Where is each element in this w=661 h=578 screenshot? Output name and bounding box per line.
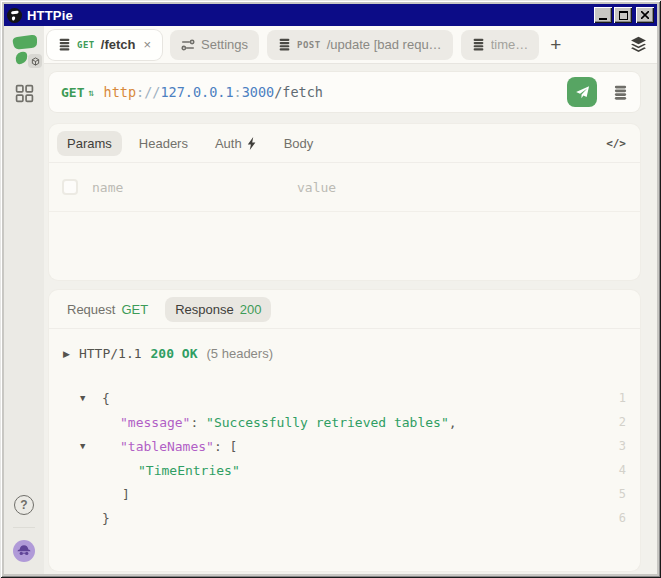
param-name-input[interactable]: name bbox=[92, 180, 297, 195]
help-button[interactable]: ? bbox=[14, 495, 34, 515]
maximize-button[interactable] bbox=[614, 7, 632, 23]
url-port-colon: : bbox=[234, 84, 242, 100]
tab-request[interactable]: Request GET bbox=[57, 297, 158, 322]
app-window: HTTPie bbox=[0, 0, 661, 578]
response-status-line: ▶ HTTP/1.1 200 OK (5 headers) bbox=[49, 329, 640, 361]
sidebar: ? bbox=[4, 26, 44, 574]
json-line: ▼ "tableNames": [ 3 bbox=[49, 434, 640, 458]
fold-expand-icon[interactable]: ▼ bbox=[80, 441, 85, 451]
tab-response-status: 200 bbox=[240, 302, 262, 317]
user-avatar[interactable] bbox=[13, 540, 35, 562]
request-url-bar: GET ⇅ http://127.0.0.1:3000/fetch bbox=[49, 72, 640, 112]
tab-settings[interactable]: Settings bbox=[170, 30, 259, 60]
json-line: ▼ { 1 bbox=[49, 386, 640, 410]
help-icon: ? bbox=[20, 498, 27, 512]
line-number: 5 bbox=[619, 487, 626, 501]
code-view-icon[interactable]: </> bbox=[606, 137, 626, 150]
tab-method: POST bbox=[297, 40, 321, 50]
json-line: } 6 bbox=[49, 506, 640, 530]
status-code: 200 OK bbox=[151, 346, 198, 361]
tab-method: GET bbox=[77, 40, 95, 50]
window-title: HTTPie bbox=[27, 8, 73, 23]
line-number: 2 bbox=[619, 415, 626, 429]
tab-bar: GET /fetch × Settings POST bbox=[44, 26, 657, 64]
collection-icon bbox=[472, 38, 485, 51]
json-line: "message": "Successfully retrieved table… bbox=[49, 410, 640, 434]
send-button[interactable] bbox=[567, 77, 597, 107]
param-row: name value bbox=[49, 163, 640, 212]
tab-get-fetch[interactable]: GET /fetch × bbox=[47, 30, 162, 60]
tab-body[interactable]: Body bbox=[274, 131, 324, 156]
tab-body-label: Body bbox=[284, 136, 314, 151]
sidebar-divider bbox=[13, 527, 35, 528]
json-token: : bbox=[190, 415, 206, 430]
grid-icon bbox=[15, 84, 34, 103]
json-key: "tableNames" bbox=[120, 439, 214, 454]
close-tab-icon[interactable]: × bbox=[143, 37, 151, 52]
tab-params-label: Params bbox=[67, 136, 112, 151]
param-value-input[interactable]: value bbox=[297, 180, 336, 195]
package-cube-icon bbox=[31, 57, 40, 66]
json-token: [ bbox=[230, 439, 238, 454]
paper-plane-icon bbox=[575, 85, 590, 100]
line-number: 1 bbox=[619, 391, 626, 405]
tab-params[interactable]: Params bbox=[57, 131, 122, 156]
url-input[interactable]: http://127.0.0.1:3000/fetch bbox=[104, 84, 558, 100]
tab-label: Settings bbox=[201, 37, 248, 52]
request-editor-panel: Params Headers Auth Body bbox=[49, 124, 640, 280]
tab-response[interactable]: Response 200 bbox=[165, 297, 271, 322]
headers-count: (5 headers) bbox=[207, 346, 273, 361]
request-options-button[interactable] bbox=[606, 78, 634, 106]
tab-label: /fetch bbox=[101, 37, 136, 52]
response-panel: Request GET Response 200 ▶ HTTP/1.1 200 … bbox=[49, 290, 640, 571]
response-body: ▼ { 1 "message": "Successfully retrieved… bbox=[49, 386, 640, 530]
stack-icon bbox=[613, 85, 628, 100]
line-number: 3 bbox=[619, 439, 626, 453]
tab-auth[interactable]: Auth bbox=[205, 131, 267, 156]
tab-headers[interactable]: Headers bbox=[129, 131, 198, 156]
environment-badge[interactable] bbox=[28, 54, 42, 68]
headers-collapse-icon[interactable]: ▶ bbox=[63, 349, 70, 359]
url-scheme: http bbox=[104, 84, 137, 100]
tab-label: /update [bad requ… bbox=[327, 37, 442, 52]
json-line: ] 5 bbox=[49, 482, 640, 506]
tab-overview-button[interactable] bbox=[630, 36, 647, 53]
json-line: "TimeEntries" 4 bbox=[49, 458, 640, 482]
json-token: } bbox=[49, 511, 110, 526]
json-token: ] bbox=[49, 487, 130, 502]
app-icon bbox=[7, 8, 22, 23]
tab-time[interactable]: time… bbox=[461, 30, 540, 60]
line-number: 6 bbox=[619, 511, 626, 525]
window-titlebar[interactable]: HTTPie bbox=[4, 4, 657, 26]
tab-request-method: GET bbox=[121, 302, 148, 317]
new-tab-button[interactable]: + bbox=[547, 35, 564, 54]
close-button[interactable] bbox=[636, 7, 654, 23]
content-area: GET ⇅ http://127.0.0.1:3000/fetch bbox=[44, 64, 657, 574]
minimize-button[interactable] bbox=[594, 7, 612, 23]
maximize-icon bbox=[619, 11, 628, 20]
collection-icon bbox=[58, 38, 71, 51]
layers-icon bbox=[630, 36, 647, 53]
tab-post-update[interactable]: POST /update [bad requ… bbox=[267, 30, 453, 60]
param-enabled-checkbox[interactable] bbox=[62, 179, 78, 195]
json-string: "TimeEntries" bbox=[49, 463, 240, 478]
protocol: HTTP/1.1 bbox=[79, 346, 142, 361]
close-icon bbox=[641, 11, 649, 19]
workspaces-grid-button[interactable] bbox=[13, 82, 35, 104]
tab-headers-label: Headers bbox=[139, 136, 188, 151]
method-select[interactable]: GET ⇅ bbox=[61, 85, 95, 100]
response-panel-tabs: Request GET Response 200 bbox=[49, 290, 640, 329]
url-port: 3000 bbox=[242, 84, 275, 100]
json-string: "Successfully retrieved tables" bbox=[206, 415, 449, 430]
url-host: 127.0.0.1 bbox=[160, 84, 233, 100]
tab-auth-label: Auth bbox=[215, 136, 242, 151]
fold-expand-icon[interactable]: ▼ bbox=[80, 393, 85, 403]
request-editor-tabs: Params Headers Auth Body bbox=[49, 124, 640, 163]
json-token: : bbox=[214, 439, 230, 454]
minimize-icon bbox=[599, 18, 607, 20]
json-key: "message" bbox=[120, 415, 190, 430]
url-path: /fetch bbox=[274, 84, 323, 100]
method-value: GET bbox=[61, 85, 84, 100]
bolt-icon bbox=[247, 137, 257, 150]
json-token: , bbox=[449, 415, 457, 430]
